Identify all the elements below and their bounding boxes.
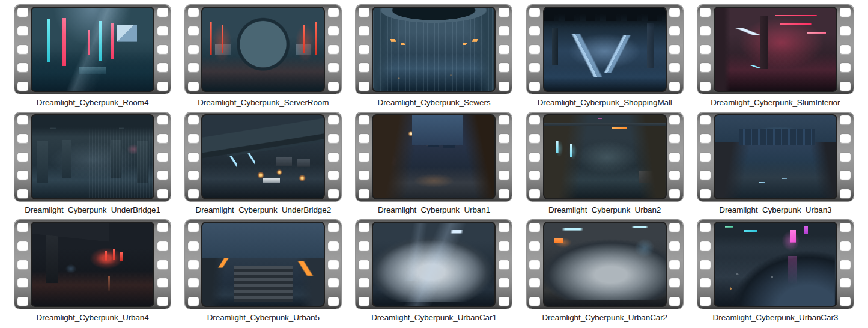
- sprocket-hole: [840, 278, 851, 287]
- sprocket-hole: [359, 82, 369, 91]
- filmstrip-frame: [697, 5, 854, 94]
- filmstrip-left-rail: [356, 8, 372, 91]
- video-thumbnail-underbridge2[interactable]: Dreamlight_Cyberpunk_UnderBridge2: [178, 112, 348, 215]
- sprocket-hole: [840, 63, 851, 72]
- sprocket-hole: [328, 223, 339, 232]
- sprocket-hole: [700, 45, 711, 54]
- video-thumbnail-urbancar1[interactable]: Dreamlight_Cyberpunk_UrbanCar1: [348, 220, 519, 323]
- filmstrip-frame: [527, 112, 683, 201]
- sprocket-hole: [17, 63, 28, 72]
- sprocket-hole: [17, 297, 28, 306]
- filmstrip-frame: [185, 220, 341, 309]
- sprocket-hole: [359, 189, 369, 198]
- filmstrip-left-rail: [14, 8, 31, 91]
- thumbnail-image-urban5: [201, 222, 325, 307]
- sprocket-hole: [359, 171, 369, 180]
- sprocket-hole: [359, 241, 369, 251]
- sprocket-hole: [840, 153, 851, 162]
- video-thumbnail-urbancar3[interactable]: Dreamlight_Cyberpunk_UrbanCar3: [690, 220, 861, 323]
- file-name-label[interactable]: Dreamlight_Cyberpunk_Urban4: [37, 313, 149, 323]
- video-thumbnail-underbridge1[interactable]: Dreamlight_Cyberpunk_UnderBridge1: [7, 112, 178, 215]
- sprocket-hole: [499, 63, 509, 72]
- sprocket-hole: [328, 45, 339, 54]
- sprocket-hole: [499, 189, 509, 198]
- sprocket-hole: [700, 260, 711, 269]
- file-name-label[interactable]: Dreamlight_Cyberpunk_UnderBridge1: [25, 205, 160, 215]
- sprocket-hole: [17, 8, 28, 17]
- filmstrip-left-rail: [185, 8, 201, 91]
- sprocket-hole: [669, 278, 680, 287]
- thumbnail-image-urbancar1: [372, 222, 496, 307]
- sprocket-hole: [499, 278, 509, 287]
- sprocket-hole: [840, 115, 851, 124]
- sprocket-hole: [669, 82, 680, 91]
- video-thumbnail-urban2[interactable]: Dreamlight_Cyberpunk_Urban2: [520, 112, 690, 215]
- sprocket-hole: [669, 63, 680, 72]
- file-name-label[interactable]: Dreamlight_Cyberpunk_Room4: [37, 98, 149, 108]
- filmstrip-right-rail: [154, 115, 171, 198]
- video-thumbnail-urban1[interactable]: Dreamlight_Cyberpunk_Urban1: [348, 112, 519, 215]
- filmstrip-left-rail: [527, 8, 543, 91]
- video-thumbnail-urban5[interactable]: Dreamlight_Cyberpunk_Urban5: [178, 220, 348, 323]
- sprocket-hole: [157, 63, 168, 72]
- file-name-label[interactable]: Dreamlight_Cyberpunk_Urban1: [378, 205, 490, 215]
- file-name-label[interactable]: Dreamlight_Cyberpunk_ServerRoom: [198, 98, 329, 108]
- video-thumbnail-sluminterior[interactable]: Dreamlight_Cyberpunk_SlumInterior: [690, 5, 861, 108]
- file-name-label[interactable]: Dreamlight_Cyberpunk_UrbanCar3: [713, 313, 839, 323]
- sprocket-hole: [499, 26, 509, 35]
- video-thumbnail-sewers[interactable]: Dreamlight_Cyberpunk_Sewers: [348, 5, 519, 108]
- sprocket-hole: [359, 8, 369, 17]
- sprocket-hole: [359, 134, 369, 143]
- sprocket-hole: [188, 153, 199, 162]
- sprocket-hole: [17, 241, 28, 251]
- filmstrip-left-rail: [185, 223, 201, 306]
- file-name-label[interactable]: Dreamlight_Cyberpunk_SlumInterior: [711, 98, 840, 108]
- sprocket-hole: [17, 153, 28, 162]
- sprocket-hole: [359, 223, 369, 232]
- sprocket-hole: [669, 260, 680, 269]
- file-name-label[interactable]: Dreamlight_Cyberpunk_Sewers: [378, 98, 491, 108]
- filmstrip-right-rail: [325, 115, 341, 198]
- file-name-label[interactable]: Dreamlight_Cyberpunk_Urban5: [207, 313, 320, 323]
- filmstrip-left-rail: [697, 8, 714, 91]
- sprocket-hole: [188, 26, 199, 35]
- filmstrip-frame: [14, 220, 171, 309]
- sprocket-hole: [17, 278, 28, 287]
- sprocket-hole: [499, 241, 509, 251]
- file-name-label[interactable]: Dreamlight_Cyberpunk_Urban2: [548, 205, 661, 215]
- file-name-label[interactable]: Dreamlight_Cyberpunk_UnderBridge2: [196, 205, 332, 215]
- video-thumbnail-urban4[interactable]: Dreamlight_Cyberpunk_Urban4: [7, 220, 178, 323]
- filmstrip-frame: [185, 112, 341, 201]
- sprocket-hole: [328, 171, 339, 180]
- filmstrip-frame: [527, 5, 683, 94]
- sprocket-hole: [700, 241, 711, 251]
- video-thumbnail-serverroom[interactable]: Dreamlight_Cyberpunk_ServerRoom: [178, 5, 348, 108]
- file-name-label[interactable]: Dreamlight_Cyberpunk_Urban3: [719, 205, 831, 215]
- sprocket-hole: [529, 153, 540, 162]
- video-thumbnail-shoppingmall[interactable]: Dreamlight_Cyberpunk_ShoppingMall: [520, 5, 690, 108]
- video-thumbnail-urban3[interactable]: Dreamlight_Cyberpunk_Urban3: [690, 112, 861, 215]
- sprocket-hole: [17, 26, 28, 35]
- sprocket-hole: [188, 278, 199, 287]
- thumbnail-image-urbancar3: [714, 222, 837, 307]
- sprocket-hole: [157, 82, 168, 91]
- sprocket-hole: [157, 115, 168, 124]
- sprocket-hole: [328, 63, 339, 72]
- file-name-label[interactable]: Dreamlight_Cyberpunk_UrbanCar1: [371, 313, 497, 323]
- sprocket-hole: [328, 297, 339, 306]
- file-name-label[interactable]: Dreamlight_Cyberpunk_ShoppingMall: [538, 98, 672, 108]
- filmstrip-frame: [185, 5, 341, 94]
- video-thumbnail-room4[interactable]: Dreamlight_Cyberpunk_Room4: [7, 5, 178, 108]
- sprocket-hole: [188, 115, 199, 124]
- filmstrip-frame: [697, 112, 854, 201]
- sprocket-hole: [840, 8, 851, 17]
- sprocket-hole: [328, 278, 339, 287]
- sprocket-hole: [17, 171, 28, 180]
- file-name-label[interactable]: Dreamlight_Cyberpunk_UrbanCar2: [542, 313, 667, 323]
- sprocket-hole: [359, 260, 369, 269]
- sprocket-hole: [700, 223, 711, 232]
- sprocket-hole: [157, 134, 168, 143]
- sprocket-hole: [499, 134, 509, 143]
- sprocket-hole: [157, 153, 168, 162]
- video-thumbnail-urbancar2[interactable]: Dreamlight_Cyberpunk_UrbanCar2: [520, 220, 690, 323]
